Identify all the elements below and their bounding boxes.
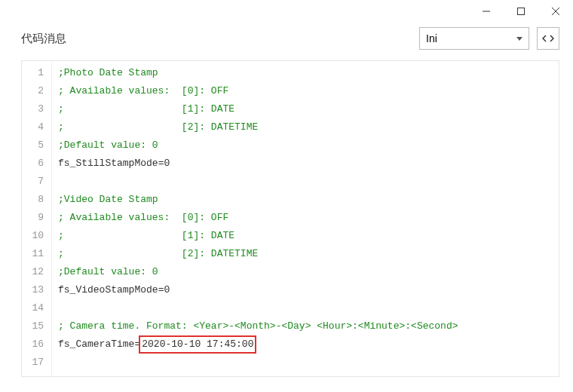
- line-number: 17: [22, 354, 44, 372]
- code-token: 0: [164, 284, 170, 296]
- code-line[interactable]: ;Default value: 0: [58, 136, 553, 155]
- code-token: fs_StillStampMode: [58, 158, 158, 169]
- line-number: 10: [22, 227, 44, 245]
- code-token: ; Camera time. Format: <Year>-<Month>-<D…: [58, 320, 458, 332]
- line-number: 4: [22, 118, 44, 136]
- code-view-toggle-button[interactable]: [537, 27, 559, 50]
- code-token: ;Default value: 0: [58, 266, 158, 277]
- code-token: ; [1]: DATE: [58, 230, 234, 241]
- code-line[interactable]: fs_StillStampMode=0: [58, 155, 553, 173]
- code-token: fs_VideoStampMode: [58, 284, 158, 296]
- code-token: ; Available values: [0]: OFF: [58, 85, 228, 96]
- line-number: 11: [22, 245, 44, 263]
- code-token: ; [1]: DATE: [58, 103, 234, 115]
- code-token: 0: [164, 158, 170, 169]
- line-number: 5: [22, 136, 44, 155]
- code-line[interactable]: ; [2]: DATETIME: [58, 245, 553, 263]
- code-token: 2020-10-10 17:45:00: [139, 335, 256, 354]
- code-line[interactable]: [58, 173, 553, 191]
- code-line[interactable]: [58, 354, 553, 372]
- code-token: ;Video Date Stamp: [58, 194, 158, 205]
- window-title: 代码消息: [21, 32, 412, 46]
- line-number: 13: [22, 281, 44, 299]
- language-selected-value: Ini: [426, 32, 437, 44]
- code-line[interactable]: ;Default value: 0: [58, 263, 553, 281]
- svg-rect-1: [518, 8, 525, 15]
- code-line[interactable]: ; Available values: [0]: OFF: [58, 82, 553, 100]
- chevron-down-icon: [516, 37, 522, 41]
- code-line[interactable]: [58, 299, 553, 317]
- code-line[interactable]: fs_CameraTime=2020-10-10 17:45:00: [58, 335, 553, 354]
- code-line[interactable]: ;Photo Date Stamp: [58, 64, 553, 82]
- language-select[interactable]: Ini: [419, 27, 529, 50]
- code-line[interactable]: ; Available values: [0]: OFF: [58, 209, 553, 227]
- window-controls: [469, 0, 573, 23]
- code-token: ;Photo Date Stamp: [58, 67, 158, 78]
- line-number: 14: [22, 299, 44, 317]
- line-number: 6: [22, 155, 44, 173]
- maximize-button[interactable]: [504, 0, 538, 23]
- code-brackets-icon: [542, 32, 554, 44]
- window-titlebar: [0, 0, 573, 23]
- code-line[interactable]: ;Video Date Stamp: [58, 191, 553, 209]
- line-number-gutter: 1234567891011121314151617: [22, 61, 52, 376]
- code-token: ; [2]: DATETIME: [58, 121, 258, 133]
- line-number: 3: [22, 100, 44, 118]
- close-button[interactable]: [538, 0, 573, 23]
- code-line[interactable]: fs_VideoStampMode=0: [58, 281, 553, 299]
- code-token: ;Default value: 0: [58, 139, 158, 151]
- code-editor[interactable]: 1234567891011121314151617 ;Photo Date St…: [21, 60, 559, 377]
- minimize-button[interactable]: [469, 0, 504, 23]
- code-content[interactable]: ;Photo Date Stamp; Available values: [0]…: [52, 61, 559, 376]
- code-line[interactable]: ; Camera time. Format: <Year>-<Month>-<D…: [58, 317, 553, 335]
- line-number: 16: [22, 335, 44, 354]
- line-number: 12: [22, 263, 44, 281]
- code-token: fs_CameraTime: [58, 338, 134, 350]
- line-number: 9: [22, 209, 44, 227]
- line-number: 15: [22, 317, 44, 335]
- code-token: ; Available values: [0]: OFF: [58, 212, 228, 223]
- code-token: ; [2]: DATETIME: [58, 248, 258, 259]
- line-number: 7: [22, 173, 44, 191]
- code-line[interactable]: ; [2]: DATETIME: [58, 118, 553, 136]
- line-number: 2: [22, 82, 44, 100]
- line-number: 1: [22, 64, 44, 82]
- code-line[interactable]: ; [1]: DATE: [58, 100, 553, 118]
- code-line[interactable]: ; [1]: DATE: [58, 227, 553, 245]
- toolbar: 代码消息 Ini: [0, 23, 573, 54]
- line-number: 8: [22, 191, 44, 209]
